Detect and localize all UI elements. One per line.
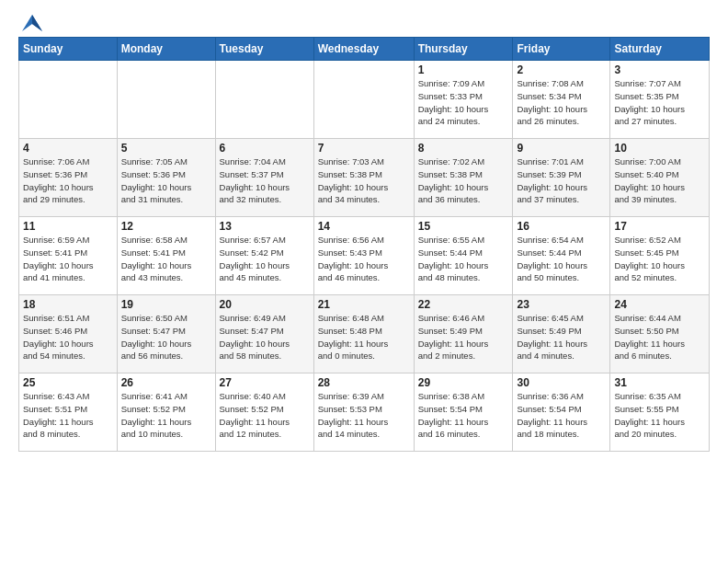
day-number: 24 xyxy=(614,298,705,311)
calendar-cell: 5Sunrise: 7:05 AMSunset: 5:36 PMDaylight… xyxy=(117,139,215,217)
day-number: 12 xyxy=(121,220,211,233)
calendar-cell xyxy=(215,61,313,139)
logo-bird-icon xyxy=(22,15,42,31)
calendar-cell: 18Sunrise: 6:51 AMSunset: 5:46 PMDayligh… xyxy=(19,295,118,373)
day-info: Sunrise: 6:54 AMSunset: 5:44 PMDaylight:… xyxy=(517,234,606,284)
day-info: Sunrise: 6:56 AMSunset: 5:43 PMDaylight:… xyxy=(318,234,410,284)
calendar-cell xyxy=(117,61,215,139)
calendar-cell: 30Sunrise: 6:36 AMSunset: 5:54 PMDayligh… xyxy=(513,373,610,452)
day-number: 5 xyxy=(121,142,211,155)
calendar-cell: 22Sunrise: 6:46 AMSunset: 5:49 PMDayligh… xyxy=(414,295,513,373)
day-number: 29 xyxy=(418,376,509,389)
calendar-cell: 25Sunrise: 6:43 AMSunset: 5:51 PMDayligh… xyxy=(19,373,118,452)
calendar-cell: 31Sunrise: 6:35 AMSunset: 5:55 PMDayligh… xyxy=(610,373,710,452)
day-number: 18 xyxy=(23,298,113,311)
day-info: Sunrise: 6:50 AMSunset: 5:47 PMDaylight:… xyxy=(121,312,211,362)
calendar-cell: 3Sunrise: 7:07 AMSunset: 5:35 PMDaylight… xyxy=(610,61,710,139)
day-info: Sunrise: 7:08 AMSunset: 5:34 PMDaylight:… xyxy=(517,77,606,128)
day-info: Sunrise: 6:44 AMSunset: 5:50 PMDaylight:… xyxy=(614,312,705,362)
day-number: 22 xyxy=(418,298,509,311)
day-number: 23 xyxy=(517,298,606,311)
weekday-header-sunday: Sunday xyxy=(19,38,118,61)
day-info: Sunrise: 6:43 AMSunset: 5:51 PMDaylight:… xyxy=(23,390,113,441)
day-info: Sunrise: 6:52 AMSunset: 5:45 PMDaylight:… xyxy=(614,234,705,284)
day-number: 2 xyxy=(517,63,606,76)
day-number: 21 xyxy=(318,298,410,311)
calendar-cell: 8Sunrise: 7:02 AMSunset: 5:38 PMDaylight… xyxy=(414,139,513,217)
day-info: Sunrise: 7:07 AMSunset: 5:35 PMDaylight:… xyxy=(614,77,705,128)
calendar-cell xyxy=(19,61,118,139)
day-number: 16 xyxy=(517,220,606,233)
calendar-week-2: 4Sunrise: 7:06 AMSunset: 5:36 PMDaylight… xyxy=(19,139,710,217)
day-info: Sunrise: 6:41 AMSunset: 5:52 PMDaylight:… xyxy=(121,390,211,441)
svg-marker-1 xyxy=(32,15,42,31)
day-number: 7 xyxy=(318,142,410,155)
day-number: 3 xyxy=(614,63,705,76)
weekday-header-friday: Friday xyxy=(513,38,610,61)
day-number: 31 xyxy=(614,376,705,389)
day-number: 4 xyxy=(23,142,113,155)
day-info: Sunrise: 6:59 AMSunset: 5:41 PMDaylight:… xyxy=(23,234,113,284)
day-number: 26 xyxy=(121,376,211,389)
weekday-header-wednesday: Wednesday xyxy=(313,38,414,61)
calendar-cell: 21Sunrise: 6:48 AMSunset: 5:48 PMDayligh… xyxy=(313,295,414,373)
day-number: 30 xyxy=(517,376,606,389)
day-info: Sunrise: 6:38 AMSunset: 5:54 PMDaylight:… xyxy=(418,390,509,441)
day-info: Sunrise: 7:02 AMSunset: 5:38 PMDaylight:… xyxy=(418,155,509,206)
day-number: 20 xyxy=(220,298,310,311)
calendar-cell: 10Sunrise: 7:00 AMSunset: 5:40 PMDayligh… xyxy=(610,139,710,217)
calendar-cell: 17Sunrise: 6:52 AMSunset: 5:45 PMDayligh… xyxy=(610,217,710,295)
day-info: Sunrise: 7:06 AMSunset: 5:36 PMDaylight:… xyxy=(23,155,113,206)
day-number: 28 xyxy=(318,376,410,389)
calendar-header-row: SundayMondayTuesdayWednesdayThursdayFrid… xyxy=(19,38,710,61)
day-info: Sunrise: 7:01 AMSunset: 5:39 PMDaylight:… xyxy=(517,155,606,206)
day-info: Sunrise: 6:57 AMSunset: 5:42 PMDaylight:… xyxy=(220,234,310,284)
calendar-cell: 13Sunrise: 6:57 AMSunset: 5:42 PMDayligh… xyxy=(215,217,313,295)
calendar-cell: 24Sunrise: 6:44 AMSunset: 5:50 PMDayligh… xyxy=(610,295,710,373)
page: SundayMondayTuesdayWednesdayThursdayFrid… xyxy=(0,0,728,461)
weekday-header-tuesday: Tuesday xyxy=(215,38,313,61)
calendar-cell: 14Sunrise: 6:56 AMSunset: 5:43 PMDayligh… xyxy=(313,217,414,295)
calendar-week-5: 25Sunrise: 6:43 AMSunset: 5:51 PMDayligh… xyxy=(19,373,710,452)
day-info: Sunrise: 6:49 AMSunset: 5:47 PMDaylight:… xyxy=(220,312,310,362)
day-info: Sunrise: 6:51 AMSunset: 5:46 PMDaylight:… xyxy=(23,312,113,362)
calendar-cell: 6Sunrise: 7:04 AMSunset: 5:37 PMDaylight… xyxy=(215,139,313,217)
day-number: 8 xyxy=(418,142,509,155)
calendar-cell: 12Sunrise: 6:58 AMSunset: 5:41 PMDayligh… xyxy=(117,217,215,295)
day-info: Sunrise: 6:40 AMSunset: 5:52 PMDaylight:… xyxy=(220,390,310,441)
day-info: Sunrise: 6:55 AMSunset: 5:44 PMDaylight:… xyxy=(418,234,509,284)
day-info: Sunrise: 7:04 AMSunset: 5:37 PMDaylight:… xyxy=(220,155,310,206)
day-number: 15 xyxy=(418,220,509,233)
calendar-table: SundayMondayTuesdayWednesdayThursdayFrid… xyxy=(18,37,710,452)
weekday-header-monday: Monday xyxy=(117,38,215,61)
day-info: Sunrise: 6:39 AMSunset: 5:53 PMDaylight:… xyxy=(318,390,410,441)
day-info: Sunrise: 7:03 AMSunset: 5:38 PMDaylight:… xyxy=(318,155,410,206)
calendar-cell: 20Sunrise: 6:49 AMSunset: 5:47 PMDayligh… xyxy=(215,295,313,373)
calendar-cell xyxy=(313,61,414,139)
day-number: 27 xyxy=(220,376,310,389)
calendar-cell: 23Sunrise: 6:45 AMSunset: 5:49 PMDayligh… xyxy=(513,295,610,373)
header xyxy=(18,15,710,31)
calendar-cell: 2Sunrise: 7:08 AMSunset: 5:34 PMDaylight… xyxy=(513,61,610,139)
day-number: 14 xyxy=(318,220,410,233)
calendar-cell: 1Sunrise: 7:09 AMSunset: 5:33 PMDaylight… xyxy=(414,61,513,139)
calendar-week-4: 18Sunrise: 6:51 AMSunset: 5:46 PMDayligh… xyxy=(19,295,710,373)
weekday-header-thursday: Thursday xyxy=(414,38,513,61)
calendar-cell: 28Sunrise: 6:39 AMSunset: 5:53 PMDayligh… xyxy=(313,373,414,452)
day-info: Sunrise: 6:46 AMSunset: 5:49 PMDaylight:… xyxy=(418,312,509,362)
day-info: Sunrise: 7:05 AMSunset: 5:36 PMDaylight:… xyxy=(121,155,211,206)
calendar-cell: 19Sunrise: 6:50 AMSunset: 5:47 PMDayligh… xyxy=(117,295,215,373)
day-number: 1 xyxy=(418,63,509,76)
day-info: Sunrise: 7:00 AMSunset: 5:40 PMDaylight:… xyxy=(614,155,705,206)
calendar-cell: 29Sunrise: 6:38 AMSunset: 5:54 PMDayligh… xyxy=(414,373,513,452)
day-number: 17 xyxy=(614,220,705,233)
day-info: Sunrise: 6:45 AMSunset: 5:49 PMDaylight:… xyxy=(517,312,606,362)
day-info: Sunrise: 6:35 AMSunset: 5:55 PMDaylight:… xyxy=(614,390,705,441)
calendar-cell: 9Sunrise: 7:01 AMSunset: 5:39 PMDaylight… xyxy=(513,139,610,217)
calendar-cell: 7Sunrise: 7:03 AMSunset: 5:38 PMDaylight… xyxy=(313,139,414,217)
calendar-week-1: 1Sunrise: 7:09 AMSunset: 5:33 PMDaylight… xyxy=(19,61,710,139)
calendar-week-3: 11Sunrise: 6:59 AMSunset: 5:41 PMDayligh… xyxy=(19,217,710,295)
day-number: 9 xyxy=(517,142,606,155)
day-info: Sunrise: 7:09 AMSunset: 5:33 PMDaylight:… xyxy=(418,77,509,128)
day-info: Sunrise: 6:58 AMSunset: 5:41 PMDaylight:… xyxy=(121,234,211,284)
